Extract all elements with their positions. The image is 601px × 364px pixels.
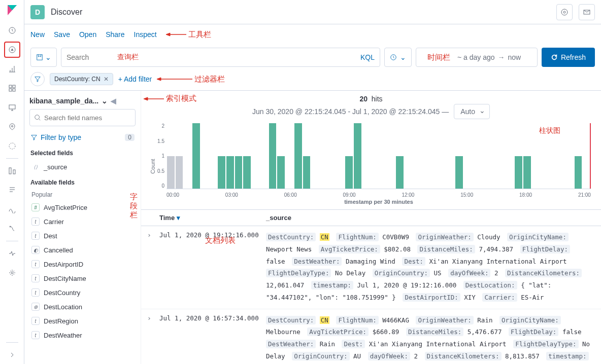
expand-row-icon[interactable]: › [147, 231, 159, 239]
svg-marker-17 [166, 33, 170, 36]
interval-select[interactable]: Auto [454, 104, 490, 119]
svg-rect-2 [9, 85, 12, 88]
field-item[interactable]: #AvgTicketPrice [29, 200, 136, 214]
close-icon[interactable]: ✕ [104, 76, 109, 83]
filter-bar: DestCountry: CN ✕ + Add filter 过滤器栏 [24, 70, 601, 90]
inspect-link[interactable]: Inspect [134, 30, 157, 39]
svg-rect-18 [37, 55, 43, 60]
save-link[interactable]: Save [54, 30, 70, 39]
field-item-source[interactable]: ⟨⟩ _source [29, 160, 136, 174]
histogram-chart[interactable]: 柱状图 Count 21.510.50 00:0003:0006:0009:00… [141, 123, 601, 209]
doc-time: Jul 1, 2020 @ 19:12:16.000文档列表 [159, 231, 266, 248]
query-annotation: 查询栏 [117, 53, 139, 62]
nav-apm-icon[interactable] [4, 201, 20, 217]
field-item[interactable]: tDestWeather [29, 328, 136, 342]
field-type-icon: t [31, 288, 40, 297]
sort-down-icon: ▾ [177, 214, 180, 222]
svg-point-13 [561, 9, 567, 15]
selected-fields-label: Selected fields [29, 144, 136, 160]
collapse-sidebar-icon[interactable]: ◀ [111, 97, 116, 105]
doc-time: Jul 1, 2020 @ 16:57:34.000 [159, 314, 266, 322]
doc-source: DestCountry: CN FlightNum: W466KAG Origi… [266, 314, 595, 365]
field-type-icon: t [31, 217, 40, 226]
svg-point-12 [11, 272, 13, 274]
filter-pill[interactable]: DestCountry: CN ✕ [50, 73, 113, 85]
field-type-icon: t [31, 232, 40, 240]
refresh-button[interactable]: Refresh [542, 48, 595, 67]
time-column-header[interactable]: Time ▾ [159, 214, 266, 222]
document-table: Time ▾ _source ›Jul 1, 2020 @ 19:12:16.0… [141, 209, 601, 364]
chevron-down-icon[interactable]: ⌄ [102, 97, 108, 105]
nav-recently-viewed-icon[interactable] [4, 22, 20, 39]
app-title: Discover [51, 8, 550, 17]
add-filter-button[interactable]: + Add filter [118, 75, 152, 83]
x-axis-label: timestamp per 30 minutes [166, 198, 591, 205]
nav-logs-icon[interactable] [4, 182, 20, 198]
svg-point-8 [9, 143, 15, 149]
nav-maps-icon[interactable] [4, 119, 20, 135]
kql-toggle[interactable]: KQL [360, 53, 375, 61]
field-type-icon: ◐ [31, 246, 40, 254]
sidebar-annotation: 字段栏 [130, 192, 138, 220]
newsfeed-icon[interactable] [556, 4, 573, 20]
nav-dashboard-icon[interactable] [4, 80, 20, 96]
svg-rect-3 [13, 85, 15, 88]
field-search-wrapper [29, 109, 136, 126]
nav-uptime-icon[interactable] [4, 221, 20, 237]
svg-point-14 [563, 11, 565, 13]
left-nav-rail [0, 0, 24, 364]
nav-collapse-icon[interactable] [4, 347, 20, 363]
time-range-display[interactable]: 时间栏 ~ a day ago → now [416, 48, 538, 67]
field-type-icon: t [31, 317, 40, 325]
search-input[interactable] [66, 53, 360, 61]
svg-rect-5 [13, 89, 15, 91]
field-search-input[interactable] [44, 114, 131, 122]
chevron-down-icon: ⌄ [400, 53, 406, 61]
filter-by-type[interactable]: Filter by type 0 [29, 130, 136, 144]
field-type-icon: t [31, 260, 40, 268]
time-quick-select[interactable]: ⌄ [384, 48, 412, 67]
source-column-header: _source [266, 214, 595, 222]
nav-siem-icon[interactable] [4, 245, 20, 262]
field-item[interactable]: ⊕DestLocation [29, 300, 136, 314]
saved-query-button[interactable]: ⌄ [30, 48, 57, 67]
nav-ml-icon[interactable] [4, 138, 20, 154]
toolbar: New Save Open Share Inspect 工具栏 [24, 24, 601, 45]
query-bar: ⌄ 查询栏 KQL ⌄ 时间栏 ~ a day ago → now Refres… [24, 45, 601, 70]
field-item[interactable]: tCarrier [29, 214, 136, 229]
nav-canvas-icon[interactable] [4, 99, 20, 116]
svg-marker-21 [157, 78, 161, 81]
svg-rect-4 [9, 89, 12, 91]
field-item[interactable]: tDestCityName [29, 271, 136, 285]
index-pattern-select[interactable]: kibana_sample_da... [29, 97, 98, 105]
share-link[interactable]: Share [106, 30, 124, 39]
open-link[interactable]: Open [79, 30, 96, 39]
field-item[interactable]: tDestRegion [29, 314, 136, 328]
filter-annotation: 过滤器栏 [157, 75, 225, 84]
kibana-logo[interactable] [6, 4, 18, 16]
fields-sidebar: kibana_sample_da... ⌄ ◀ 索引模式 Filter by t… [24, 91, 141, 364]
arrow-right-icon: → [498, 53, 505, 61]
nav-visualize-icon[interactable] [4, 61, 20, 77]
app-icon: D [30, 5, 45, 19]
field-item[interactable]: tDest [29, 229, 136, 243]
expand-row-icon[interactable]: › [147, 314, 159, 322]
filter-options-button[interactable] [30, 72, 45, 86]
field-item[interactable]: ◐Cancelled [29, 243, 136, 257]
table-row: ›Jul 1, 2020 @ 19:12:16.000文档列表DestCount… [141, 226, 601, 309]
mail-icon[interactable] [579, 4, 595, 20]
svg-point-24 [35, 115, 40, 120]
field-type-icon: # [31, 203, 40, 211]
svg-point-7 [11, 126, 13, 127]
nav-metrics-icon[interactable] [4, 163, 20, 179]
toolbar-annotation: 工具栏 [166, 30, 211, 40]
nav-management-icon[interactable] [4, 265, 20, 281]
field-type-icon: t [31, 331, 40, 339]
index-annotation: 索引模式 [144, 94, 196, 103]
field-item[interactable]: tDestAirportID [29, 257, 136, 271]
new-link[interactable]: New [30, 30, 45, 39]
nav-discover-icon[interactable] [4, 42, 20, 58]
results-panel: 20 hits Jun 30, 2020 @ 22:15:24.045 - Ju… [141, 91, 601, 364]
field-type-icon: ⊕ [31, 303, 40, 311]
field-item[interactable]: tDestCountry [29, 285, 136, 300]
